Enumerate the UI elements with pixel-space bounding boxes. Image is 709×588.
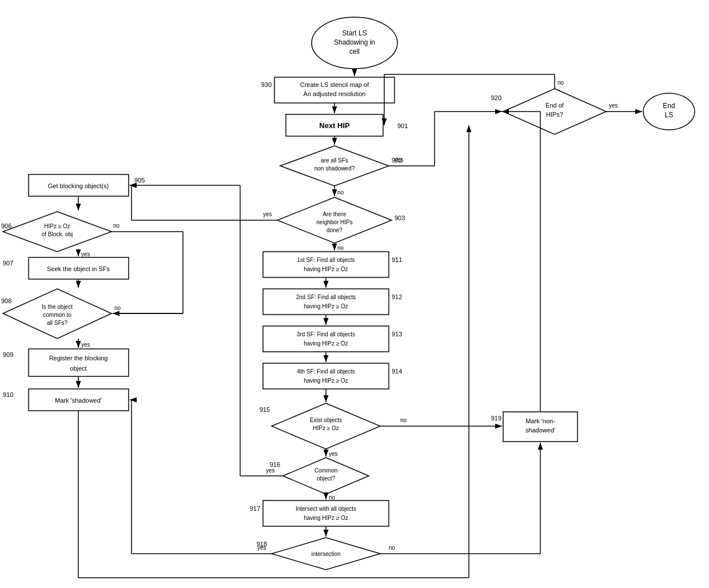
svg-text:Intersect with all objects: Intersect with all objects — [296, 506, 356, 512]
svg-text:shadowed': shadowed' — [525, 427, 555, 434]
svg-text:905: 905 — [134, 177, 145, 184]
svg-text:907: 907 — [3, 260, 13, 267]
svg-text:919: 919 — [491, 415, 501, 422]
svg-rect-67 — [263, 500, 389, 526]
svg-text:HIPz ≥ Oz: HIPz ≥ Oz — [313, 425, 339, 431]
svg-text:End of: End of — [545, 102, 564, 109]
svg-text:done?: done? — [326, 227, 342, 233]
svg-text:no: no — [329, 494, 336, 500]
svg-text:cell: cell — [349, 47, 360, 55]
svg-text:yes: yes — [329, 451, 338, 457]
svg-text:Exist objects: Exist objects — [310, 417, 342, 423]
svg-text:910: 910 — [3, 391, 13, 398]
flowchart-svg: Start LS Shadowing in cell Create LS ste… — [0, 0, 709, 588]
svg-text:LS: LS — [665, 111, 674, 119]
svg-rect-51 — [263, 326, 389, 352]
svg-text:Is the object: Is the object — [42, 304, 73, 310]
svg-text:of Block. obj: of Block. obj — [42, 231, 73, 237]
svg-text:having HIPz ≥ Oz: having HIPz ≥ Oz — [304, 303, 348, 309]
flowchart-container: Start LS Shadowing in cell Create LS ste… — [0, 0, 709, 588]
svg-text:Start LS: Start LS — [342, 29, 367, 37]
svg-text:object?: object? — [317, 475, 336, 482]
svg-text:913: 913 — [392, 331, 402, 337]
svg-text:no: no — [337, 245, 344, 251]
svg-text:3rd SF: Find all objects: 3rd SF: Find all objects — [297, 331, 355, 337]
svg-text:Common: Common — [314, 467, 338, 474]
svg-rect-36 — [29, 349, 129, 376]
svg-text:901: 901 — [397, 122, 408, 129]
svg-text:2nd SF: Find all objects: 2nd SF: Find all objects — [296, 294, 356, 300]
svg-text:yes: yes — [81, 341, 90, 348]
svg-text:End: End — [663, 102, 675, 110]
svg-text:no: no — [389, 545, 396, 551]
svg-text:917: 917 — [250, 505, 260, 512]
svg-text:911: 911 — [392, 256, 402, 263]
svg-text:no: no — [400, 417, 407, 423]
svg-text:having HIPz ≥ Oz: having HIPz ≥ Oz — [304, 378, 348, 384]
svg-text:Mark 'shadowed': Mark 'shadowed' — [55, 397, 102, 404]
svg-text:no: no — [113, 223, 120, 229]
svg-rect-55 — [263, 363, 389, 389]
svg-text:Create LS stencil map of: Create LS stencil map of — [300, 81, 369, 88]
svg-text:903: 903 — [395, 214, 405, 221]
svg-text:Next HIP: Next HIP — [319, 121, 350, 130]
svg-text:having HIPz ≥ Oz: having HIPz ≥ Oz — [304, 340, 348, 347]
svg-text:yes: yes — [395, 157, 404, 163]
svg-text:having HIPz ≥ Oz: having HIPz ≥ Oz — [304, 266, 348, 272]
svg-text:yes: yes — [263, 211, 272, 217]
svg-text:915: 915 — [260, 406, 270, 413]
svg-text:Register the blocking: Register the blocking — [49, 355, 108, 361]
svg-rect-43 — [263, 252, 389, 277]
svg-text:object: object — [70, 365, 86, 372]
svg-text:HIPz ≥ Oz: HIPz ≥ Oz — [44, 223, 70, 229]
svg-rect-47 — [263, 289, 389, 315]
svg-text:914: 914 — [392, 368, 402, 375]
svg-text:no: no — [114, 305, 121, 311]
svg-rect-146 — [17, 566, 475, 569]
svg-text:4th SF: Find all objects: 4th SF: Find all objects — [297, 368, 355, 375]
svg-text:920: 920 — [491, 94, 501, 101]
svg-text:Mark 'non-: Mark 'non- — [525, 418, 555, 424]
svg-text:intersection: intersection — [311, 551, 340, 557]
svg-text:yes: yes — [609, 102, 618, 109]
svg-text:930: 930 — [261, 81, 272, 88]
svg-text:Get blocking object(s): Get blocking object(s) — [48, 182, 109, 189]
svg-text:909: 909 — [3, 351, 13, 358]
svg-text:1st SF: Find all objects: 1st SF: Find all objects — [297, 257, 354, 263]
svg-text:having HIPz ≥ Oz: having HIPz ≥ Oz — [304, 515, 348, 521]
svg-text:Shadowing in: Shadowing in — [334, 38, 375, 46]
svg-text:An adjusted resolution: An adjusted resolution — [304, 90, 366, 97]
svg-text:common to: common to — [43, 312, 71, 318]
svg-text:Are there: Are there — [322, 211, 346, 217]
svg-text:no: no — [337, 189, 344, 196]
svg-text:yes: yes — [81, 251, 90, 257]
svg-text:yes: yes — [257, 545, 266, 551]
svg-text:906: 906 — [1, 223, 11, 229]
svg-text:non shadowed?: non shadowed? — [314, 165, 355, 172]
svg-text:are all SFs: are all SFs — [321, 157, 348, 164]
svg-text:no: no — [557, 80, 564, 86]
svg-text:HIPs?: HIPs? — [546, 111, 563, 118]
svg-text:912: 912 — [392, 293, 402, 300]
svg-text:Seek the object in SFs: Seek the object in SFs — [47, 265, 110, 272]
svg-text:908: 908 — [1, 297, 11, 304]
svg-text:all SFs?: all SFs? — [47, 320, 68, 326]
svg-text:neighbor  HIPs: neighbor HIPs — [316, 219, 352, 225]
svg-text:yes: yes — [266, 467, 275, 474]
